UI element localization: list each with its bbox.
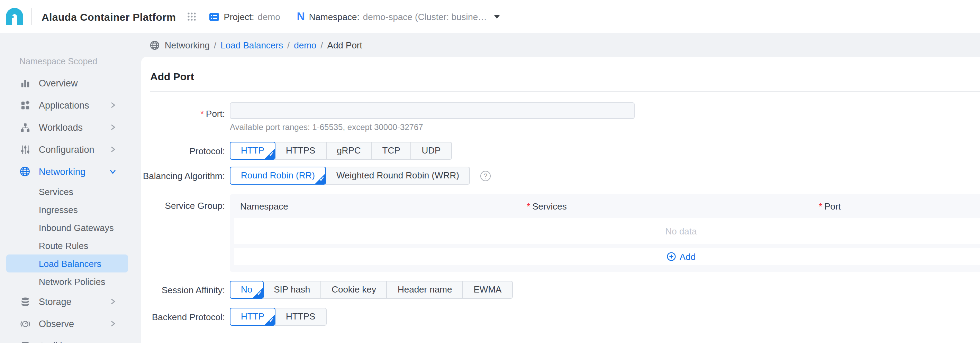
port-input[interactable] xyxy=(230,102,635,119)
protocol-options: HTTP HTTPS gRPC TCP UDP xyxy=(230,142,452,160)
sidebar-subitem-route-rules[interactable]: Route Rules xyxy=(0,237,141,254)
sidebar-item-applications[interactable]: Applications xyxy=(0,94,141,116)
protocol-option-http[interactable]: HTTP xyxy=(230,142,275,160)
project-label: Project: xyxy=(224,11,254,22)
chevron-down-icon xyxy=(109,168,116,175)
sidebar-subitem-label: Route Rules xyxy=(39,240,88,251)
app-launcher-icon[interactable] xyxy=(185,10,199,24)
backend-protocol-options: HTTP HTTPS xyxy=(230,308,326,326)
sidebar-item-label: Observe xyxy=(39,318,74,329)
balancing-algorithm-row: Balancing Algorithm: Round Robin (RR) We… xyxy=(141,167,980,185)
topbar-divider xyxy=(31,8,32,25)
session-affinity-row: Session Affinity: No SIP hash Cookie key… xyxy=(141,281,980,299)
sidebar-subitem-load-balancers[interactable]: Load Balancers xyxy=(6,254,128,273)
sidebar-subitem-label: Services xyxy=(39,186,73,197)
auditing-icon xyxy=(19,340,30,343)
sidebar-subitem-label: Inbound Gateways xyxy=(39,222,114,233)
sidebar-item-observe[interactable]: Observe xyxy=(0,313,141,335)
protocol-label: Protocol: xyxy=(141,146,225,156)
sidebar-item-workloads[interactable]: Workloads xyxy=(0,116,141,138)
column-header-namespace: Namespace xyxy=(230,201,519,211)
namespace-switcher[interactable]: N Namespace: demo-space (Cluster: busine… xyxy=(297,10,500,23)
sidebar-subitem-label: Network Policies xyxy=(39,276,105,287)
plus-circle-icon xyxy=(667,252,676,261)
globe-icon xyxy=(19,166,30,177)
add-service-row: Add xyxy=(234,248,980,265)
session-option-cookie-key[interactable]: Cookie key xyxy=(320,281,387,299)
breadcrumb-link-load-balancers[interactable]: Load Balancers xyxy=(220,40,283,50)
sidebar-item-auditing[interactable]: Auditing xyxy=(0,335,141,343)
sidebar-item-overview[interactable]: Overview xyxy=(0,72,141,94)
sidebar-subitem-label: Load Balancers xyxy=(39,258,102,269)
project-switcher[interactable]: Project: demo xyxy=(209,11,280,22)
protocol-option-tcp[interactable]: TCP xyxy=(371,142,412,160)
sidebar-item-label: Applications xyxy=(39,100,89,110)
sidebar-subitem-network-policies[interactable]: Network Policies xyxy=(0,273,141,291)
help-icon[interactable]: ? xyxy=(480,170,491,181)
backend-option-https[interactable]: HTTPS xyxy=(275,308,326,326)
breadcrumb-link-demo[interactable]: demo xyxy=(294,40,316,50)
balancing-option-rr[interactable]: Round Robin (RR) xyxy=(230,167,326,185)
sidebar-section-label: Namespace Scoped xyxy=(19,57,141,67)
globe-icon xyxy=(150,40,160,50)
sidebar-subitem-inbound-gateways[interactable]: Inbound Gateways xyxy=(0,219,141,237)
breadcrumb-separator: / xyxy=(320,40,323,50)
required-mark: * xyxy=(527,201,530,211)
balancing-algorithm-label: Balancing Algorithm: xyxy=(141,170,225,181)
breadcrumb-separator: / xyxy=(287,40,290,50)
session-option-header-name[interactable]: Header name xyxy=(387,281,463,299)
chevron-right-icon xyxy=(109,124,116,131)
service-group-label: Service Group: xyxy=(141,194,225,211)
sidebar-item-networking[interactable]: Networking xyxy=(0,160,141,183)
project-icon xyxy=(209,11,220,22)
session-option-sip-hash[interactable]: SIP hash xyxy=(262,281,321,299)
gauge-icon xyxy=(19,318,30,329)
breadcrumb: Networking / Load Balancers / demo / Add… xyxy=(150,33,362,57)
backend-protocol-row: Backend Protocol: HTTP HTTPS xyxy=(141,308,980,326)
balancing-algorithm-options: Round Robin (RR) Weighted Round Robin (W… xyxy=(230,167,470,185)
port-hint: Available port ranges: 1-65535, except 3… xyxy=(230,122,635,132)
applications-icon xyxy=(19,100,30,111)
session-affinity-options: No SIP hash Cookie key Header name EWMA xyxy=(230,281,512,299)
column-header-services: *Services xyxy=(519,201,811,211)
required-mark: * xyxy=(200,109,204,119)
breadcrumb-current: Add Port xyxy=(327,40,362,50)
sliders-icon xyxy=(19,144,30,155)
protocol-option-grpc[interactable]: gRPC xyxy=(326,142,372,160)
breadcrumb-separator: / xyxy=(214,40,216,50)
alauda-logo-icon xyxy=(6,7,24,26)
sidebar-item-label: Configuration xyxy=(39,144,94,154)
sidebar: Namespace Scoped Overview xyxy=(0,33,141,343)
backend-option-http[interactable]: HTTP xyxy=(230,308,275,326)
session-option-ewma[interactable]: EWMA xyxy=(463,281,513,299)
app-root: Alauda Container Platform Project: demo xyxy=(0,0,980,343)
topbar: Alauda Container Platform Project: demo xyxy=(0,0,980,33)
sidebar-item-label: Storage xyxy=(39,296,72,307)
sidebar-item-label: Auditing xyxy=(39,341,73,343)
sidebar-subitem-ingresses[interactable]: Ingresses xyxy=(0,200,141,219)
sidebar-subitem-services[interactable]: Services xyxy=(0,183,141,200)
chevron-right-icon xyxy=(109,146,116,153)
sidebar-item-configuration[interactable]: Configuration xyxy=(0,138,141,160)
app-title: Alauda Container Platform xyxy=(41,11,176,22)
namespace-value: demo-space (Cluster: busine… xyxy=(363,11,487,22)
sidebar-item-storage[interactable]: Storage xyxy=(0,291,141,313)
chevron-right-icon xyxy=(109,102,116,109)
add-service-button[interactable]: Add xyxy=(667,251,695,262)
chevron-right-icon xyxy=(109,298,116,305)
backend-protocol-label: Backend Protocol: xyxy=(141,311,225,322)
workloads-icon xyxy=(19,122,30,133)
session-option-no[interactable]: No xyxy=(230,281,263,299)
sidebar-item-label: Workloads xyxy=(39,122,83,132)
balancing-option-wrr[interactable]: Weighted Round Robin (WRR) xyxy=(325,167,470,185)
protocol-option-https[interactable]: HTTPS xyxy=(275,142,326,160)
service-group-row: Service Group: Namespace *Services *Port xyxy=(141,194,980,272)
project-value: demo xyxy=(258,11,280,22)
port-label: *Port: xyxy=(141,102,225,119)
page-title: Add Port xyxy=(150,70,980,82)
sidebar-item-label: Networking xyxy=(39,166,86,177)
port-row: *Port: Available port ranges: 1-65535, e… xyxy=(141,102,980,132)
table-row-gap xyxy=(230,244,980,248)
namespace-label: Namespace: xyxy=(309,11,360,22)
protocol-option-udp[interactable]: UDP xyxy=(411,142,452,160)
